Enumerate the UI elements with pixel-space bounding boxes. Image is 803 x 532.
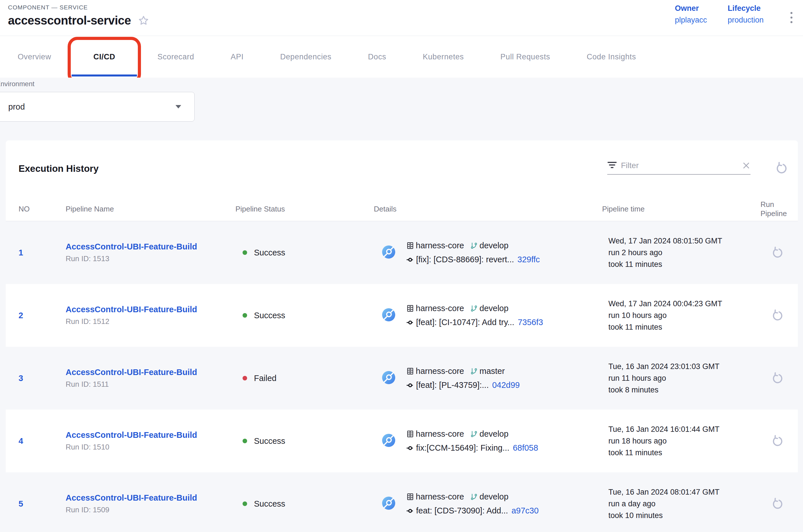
filter-icon bbox=[607, 161, 617, 170]
tab-pull-requests[interactable]: Pull Requests bbox=[500, 36, 550, 78]
tab-api[interactable]: API bbox=[231, 36, 244, 78]
run-pipeline-icon[interactable] bbox=[771, 372, 783, 384]
git-commit-icon bbox=[406, 507, 414, 515]
run-id: Run ID: 1513 bbox=[65, 254, 235, 263]
commit-message: [feat]: [CI-10747]: Add try... bbox=[416, 318, 514, 327]
repo-name: harness-core bbox=[416, 492, 464, 501]
status-text: Success bbox=[254, 499, 285, 509]
column-details: Details bbox=[374, 205, 602, 213]
row-number: 1 bbox=[19, 248, 65, 258]
environment-label: Environment bbox=[0, 80, 35, 88]
commit-hash-link[interactable]: 68f058 bbox=[513, 443, 538, 453]
tab-scorecard[interactable]: Scorecard bbox=[157, 36, 194, 78]
commit-message: feat: [CDS-73090]: Add... bbox=[416, 506, 508, 515]
commit-hash-link[interactable]: a97c30 bbox=[511, 506, 538, 515]
repo-name: harness-core bbox=[416, 304, 464, 313]
repo-name: harness-core bbox=[416, 366, 464, 376]
ci-module-icon bbox=[382, 245, 396, 260]
pipeline-time: Tue, 16 Jan 2024 08:01:47 GMT run a day … bbox=[602, 486, 756, 521]
commit-hash-link[interactable]: 042d99 bbox=[492, 380, 520, 390]
table-row: 1 AccessControl-UBI-Feature-Build Run ID… bbox=[6, 221, 798, 284]
repo-name: harness-core bbox=[416, 429, 464, 439]
tab-cicd[interactable]: CI/CD bbox=[88, 36, 121, 78]
git-commit-icon bbox=[406, 382, 414, 389]
lifecycle-meta: Lifecycle production bbox=[728, 4, 764, 24]
table-row: 2 AccessControl-UBI-Feature-Build Run ID… bbox=[6, 284, 798, 347]
git-branch-icon bbox=[470, 367, 478, 375]
repository-icon bbox=[406, 305, 414, 312]
run-id: Run ID: 1510 bbox=[65, 443, 235, 452]
branch-name: master bbox=[479, 366, 505, 376]
run-id: Run ID: 1511 bbox=[65, 380, 235, 389]
tab-docs[interactable]: Docs bbox=[368, 36, 386, 78]
row-number: 4 bbox=[19, 436, 65, 446]
tab-code-insights[interactable]: Code Insights bbox=[587, 36, 636, 78]
commit-hash-link[interactable]: 7356f3 bbox=[518, 318, 543, 327]
git-commit-icon bbox=[406, 319, 414, 326]
filter-input[interactable] bbox=[621, 161, 738, 170]
environment-select[interactable]: prod bbox=[0, 92, 195, 121]
table-row: 4 AccessControl-UBI-Feature-Build Run ID… bbox=[6, 410, 798, 472]
table-row: 5 AccessControl-UBI-Feature-Build Run ID… bbox=[6, 472, 798, 532]
pipeline-time: Wed, 17 Jan 2024 08:01:50 GMT run 2 hour… bbox=[602, 235, 756, 270]
entity-tabs: Overview CI/CD Scorecard API Dependencie… bbox=[0, 36, 803, 78]
git-branch-icon bbox=[470, 493, 478, 500]
kebab-menu-icon[interactable] bbox=[788, 10, 795, 25]
git-branch-icon bbox=[470, 305, 478, 312]
table-header: NO Pipeline Name Pipeline Status Details… bbox=[6, 197, 798, 221]
table-row: 3 AccessControl-UBI-Feature-Build Run ID… bbox=[6, 347, 798, 410]
pipeline-name-link[interactable]: AccessControl-UBI-Feature-Build bbox=[65, 242, 197, 251]
lifecycle-label: Lifecycle bbox=[728, 4, 764, 13]
git-branch-icon bbox=[470, 431, 478, 438]
repository-icon bbox=[406, 367, 414, 375]
repository-icon bbox=[406, 430, 414, 438]
column-no: NO bbox=[19, 205, 65, 213]
row-number: 5 bbox=[19, 499, 65, 509]
run-id: Run ID: 1512 bbox=[65, 317, 235, 326]
branch-name: develop bbox=[479, 304, 509, 313]
column-run-pipeline: Run Pipeline bbox=[756, 200, 793, 218]
status-text: Failed bbox=[254, 374, 276, 383]
ci-module-icon bbox=[382, 496, 396, 511]
status-dot bbox=[243, 501, 247, 506]
cicd-tab-content: Environment prod Execution History bbox=[0, 78, 803, 532]
commit-message: [feat]: [PL-43759]:... bbox=[416, 380, 489, 390]
status-text: Success bbox=[254, 248, 285, 258]
branch-name: develop bbox=[479, 492, 509, 501]
run-pipeline-icon[interactable] bbox=[771, 309, 783, 322]
repo-name: harness-core bbox=[416, 241, 464, 250]
clear-filter-icon[interactable] bbox=[742, 161, 750, 170]
reload-icon[interactable] bbox=[775, 162, 788, 175]
pipeline-time: Tue, 16 Jan 2024 16:01:44 GMT run 18 hou… bbox=[602, 423, 756, 459]
commit-hash-link[interactable]: 329ffc bbox=[517, 255, 540, 264]
status-dot bbox=[243, 250, 247, 255]
pipeline-time: Wed, 17 Jan 2024 00:04:23 GMT run 10 hou… bbox=[602, 298, 756, 333]
ci-module-icon bbox=[382, 308, 396, 323]
pipeline-name-link[interactable]: AccessControl-UBI-Feature-Build bbox=[65, 367, 197, 377]
tab-overview[interactable]: Overview bbox=[18, 36, 51, 78]
commit-message: fix:[CCM-15649]: Fixing... bbox=[416, 443, 509, 453]
status-text: Success bbox=[254, 436, 285, 446]
git-commit-icon bbox=[406, 444, 414, 452]
tab-dependencies[interactable]: Dependencies bbox=[280, 36, 331, 78]
run-pipeline-icon[interactable] bbox=[771, 246, 783, 259]
page-header: COMPONENT — SERVICE accesscontrol-servic… bbox=[0, 0, 803, 36]
repository-icon bbox=[406, 242, 414, 249]
section-title: Execution History bbox=[19, 163, 99, 174]
pipeline-name-link[interactable]: AccessControl-UBI-Feature-Build bbox=[65, 305, 197, 314]
commit-message: [fix]: [CDS-88669]: revert... bbox=[416, 255, 514, 264]
environment-selected-value: prod bbox=[8, 102, 175, 112]
repository-icon bbox=[406, 493, 414, 500]
pipeline-name-link[interactable]: AccessControl-UBI-Feature-Build bbox=[65, 493, 197, 502]
run-pipeline-icon[interactable] bbox=[771, 435, 783, 447]
column-pipeline-name: Pipeline Name bbox=[65, 205, 235, 213]
dropdown-caret-icon bbox=[175, 105, 181, 109]
favorite-star-icon[interactable] bbox=[138, 15, 149, 26]
run-pipeline-icon[interactable] bbox=[771, 497, 783, 510]
page-title: accesscontrol-service bbox=[8, 14, 131, 27]
pipeline-name-link[interactable]: AccessControl-UBI-Feature-Build bbox=[65, 431, 197, 440]
ci-module-icon bbox=[382, 371, 396, 385]
ci-module-icon bbox=[382, 434, 396, 449]
column-pipeline-status: Pipeline Status bbox=[235, 205, 374, 213]
tab-kubernetes[interactable]: Kubernetes bbox=[423, 36, 464, 78]
